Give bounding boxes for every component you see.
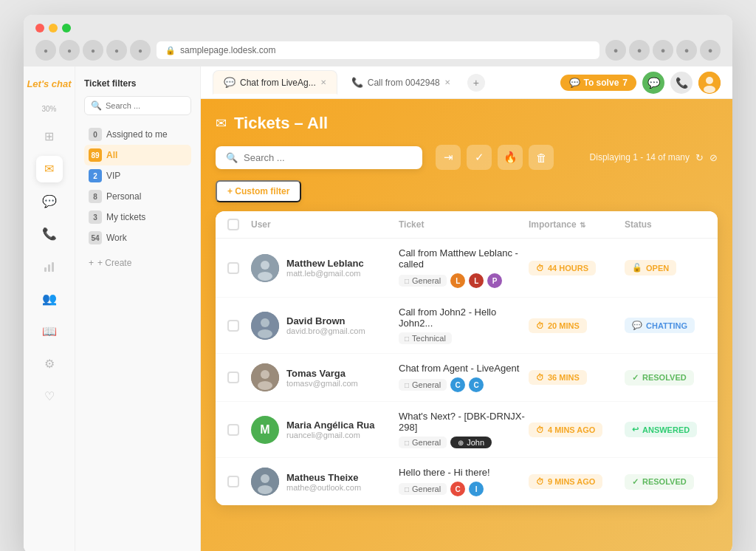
browser-action-3[interactable]: ● <box>653 40 673 61</box>
table-row[interactable]: Tomas Varga tomasv@gmail.com Chat from A… <box>216 354 718 402</box>
ticket-name-3: Chat from Agent - LiveAgent <box>399 363 529 374</box>
to-solve-button[interactable]: 💬 To solve 7 <box>560 75 636 91</box>
sidebar-grid-icon[interactable]: ⊞ <box>36 123 63 150</box>
maximize-button[interactable] <box>62 24 71 32</box>
filter-my-tickets[interactable]: 3 My tickets <box>84 207 191 227</box>
filter-search-input[interactable] <box>106 101 185 110</box>
filter-all[interactable]: 89 All <box>84 145 191 165</box>
browser-action-4[interactable]: ● <box>676 40 697 61</box>
toolbar-check-button[interactable]: ✓ <box>467 145 492 170</box>
table-row[interactable]: Matheus Theixe mathe@outlook.com Hello t… <box>216 458 718 505</box>
filter-assigned-to-me[interactable]: 0 Assigned to me <box>84 124 191 145</box>
refresh-button[interactable]: ● <box>83 40 103 61</box>
importance-badge-4: ⏱ 4 MINS AGO <box>529 422 602 437</box>
sidebar-book-icon[interactable]: 📖 <box>36 318 63 345</box>
ticket-tags-3: □ General C C <box>399 377 529 392</box>
toolbar-delete-button[interactable]: 🗑 <box>529 145 554 170</box>
importance-cell-3: ⏱ 36 MINS <box>529 370 625 385</box>
browser-window: ● ● ● ● ● 🔒 samplepage.lodesk.com ● ● ● … <box>24 15 732 551</box>
nav-btn-5[interactable]: ● <box>130 40 151 61</box>
user-email-3: tomasv@gmail.com <box>286 379 358 388</box>
status-label-5: RESOLVED <box>642 477 687 486</box>
header-checkbox[interactable] <box>227 219 239 230</box>
phone-action-button[interactable]: 📞 <box>670 72 693 94</box>
sidebar-settings-icon[interactable]: ⚙ <box>36 351 63 377</box>
ticket-tags-5: □ General C I <box>399 482 529 496</box>
home-button[interactable]: ● <box>106 40 127 61</box>
ticket-name-5: Hello there - Hi there! <box>399 467 529 478</box>
chat-tab-icon: 💬 <box>224 77 236 88</box>
filter-work[interactable]: 54 Work <box>84 227 191 248</box>
status-icon: ↩ <box>632 425 639 434</box>
tab-close-button-2[interactable]: ✕ <box>444 78 450 86</box>
table-row[interactable]: David Brown david.bro@gmail.com Call fro… <box>216 298 718 354</box>
ticket-name-1: Call from Matthew Leblanc - called <box>399 247 529 270</box>
folder-icon: □ <box>405 381 409 389</box>
sidebar-email-icon[interactable]: ✉ <box>36 156 63 182</box>
tab-call[interactable]: 📞 Call from 0042948 ✕ <box>340 70 461 95</box>
ticket-search-box[interactable]: 🔍 <box>216 146 422 169</box>
ticket-tags-2: □ Technical <box>399 332 529 344</box>
row-checkbox-1[interactable] <box>227 262 251 274</box>
browser-action-1[interactable]: ● <box>605 40 626 61</box>
sidebar-team-icon[interactable]: 👥 <box>36 286 63 312</box>
table-row[interactable]: M Maria Angélica Rua ruanceli@gmail.com … <box>216 402 718 458</box>
ticket-name-2: Call from John2 - Hello John2... <box>399 307 529 329</box>
clock-icon: ⏱ <box>536 264 544 273</box>
browser-action-2[interactable]: ● <box>629 40 650 61</box>
back-button[interactable]: ● <box>35 40 56 61</box>
row-checkbox-5[interactable] <box>227 476 251 487</box>
sidebar-chat-icon[interactable]: 💬 <box>36 188 63 215</box>
row-checkbox-2[interactable] <box>227 320 251 332</box>
status-icon: 💬 <box>632 321 642 330</box>
ticket-area: ✉ Tickets – All 🔍 ⇥ ✓ 🔥 🗑 Di <box>201 99 732 551</box>
address-bar[interactable]: 🔒 samplepage.lodesk.com <box>157 41 599 59</box>
green-action-button[interactable]: 💬 <box>642 72 664 94</box>
user-info-5: Matheus Theixe mathe@outlook.com <box>286 472 361 492</box>
assigned-badge: 0 <box>89 128 102 141</box>
sidebar-phone-icon[interactable]: 📞 <box>36 221 63 247</box>
john-icon: ⊕ <box>458 439 464 447</box>
user-avatar-5 <box>251 468 279 496</box>
sidebar-chart-icon[interactable] <box>36 253 63 280</box>
add-tab-button[interactable]: + <box>467 74 485 92</box>
custom-filter-button[interactable]: + Custom filter <box>216 180 301 202</box>
table-row[interactable]: Matthew Leblanc matt.leb@gmail.com Call … <box>216 239 718 298</box>
tag-general-4: □ General <box>399 437 447 448</box>
svg-point-13 <box>261 370 269 379</box>
browser-chrome: ● ● ● ● ● 🔒 samplepage.lodesk.com ● ● ● … <box>24 15 732 66</box>
row-checkbox-3[interactable] <box>227 372 251 383</box>
user-avatar[interactable] <box>698 72 721 94</box>
status-icon: 🔓 <box>632 263 642 273</box>
th-importance[interactable]: Importance ⇅ <box>529 219 625 230</box>
browser-action-5[interactable]: ● <box>700 40 721 61</box>
tag-badge-c1: C <box>450 377 465 392</box>
filter-vip[interactable]: 2 VIP <box>84 165 191 186</box>
main-content: 💬 Chat from LiveAg... ✕ 📞 Call from 0042… <box>201 66 732 551</box>
svg-point-5 <box>704 86 715 93</box>
close-button[interactable] <box>35 24 44 32</box>
tag-badge-l1: L <box>450 273 465 288</box>
toolbar-import-button[interactable]: ⇥ <box>436 145 461 170</box>
filter-search-box[interactable]: 🔍 <box>84 96 191 115</box>
toolbar-fire-button[interactable]: 🔥 <box>498 145 523 170</box>
status-label-1: OPEN <box>646 264 669 273</box>
importance-badge-2: ⏱ 20 MINS <box>529 318 587 333</box>
sidebar-heart-icon[interactable]: ♡ <box>36 383 63 410</box>
sort-icon[interactable]: ⊘ <box>709 152 718 163</box>
create-filter-button[interactable]: + + Create <box>84 254 191 272</box>
filter-personal[interactable]: 8 Personal <box>84 186 191 207</box>
status-cell-3: ✓ RESOLVED <box>625 370 706 386</box>
ticket-search-input[interactable] <box>244 152 412 163</box>
user-cell-3: Tomas Varga tomasv@gmail.com <box>251 363 399 391</box>
refresh-icon[interactable]: ↻ <box>695 152 704 163</box>
row-checkbox-4[interactable] <box>227 424 251 436</box>
status-label-2: CHATTING <box>646 321 687 330</box>
forward-button[interactable]: ● <box>59 40 80 61</box>
tab-close-button[interactable]: ✕ <box>320 78 326 86</box>
user-cell-5: Matheus Theixe mathe@outlook.com <box>251 468 399 496</box>
tab-chat-liveagent[interactable]: 💬 Chat from LiveAg... ✕ <box>213 70 337 95</box>
minimize-button[interactable] <box>49 24 58 32</box>
status-icon: ✓ <box>632 373 639 383</box>
clock-icon: ⏱ <box>536 373 544 382</box>
